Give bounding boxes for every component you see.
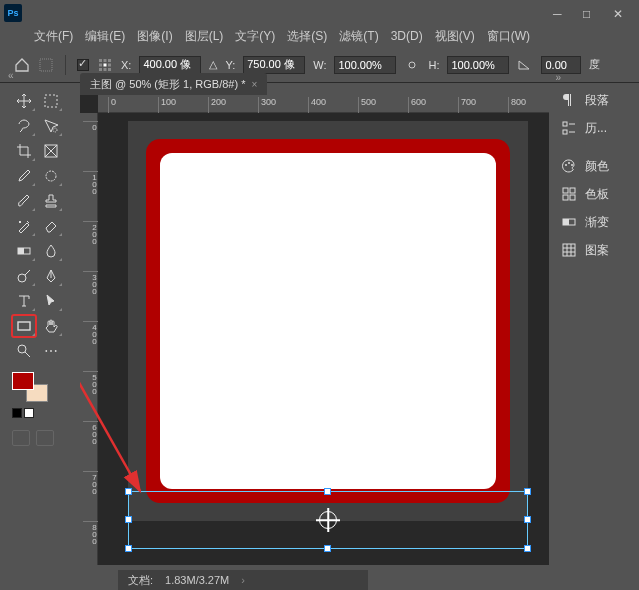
document-tab[interactable]: 主图 @ 50% (矩形 1, RGB/8#) * ×: [80, 73, 267, 95]
menu-window[interactable]: 窗口(W): [481, 26, 536, 47]
move-tool[interactable]: [12, 90, 36, 112]
panel-paragraph[interactable]: 段落: [555, 86, 635, 114]
status-bar: 文档:1.83M/3.27M ›: [118, 570, 368, 590]
maximize-button[interactable]: □: [583, 7, 595, 19]
canvas[interactable]: [98, 113, 549, 565]
brush-tool[interactable]: [12, 190, 36, 212]
svg-point-18: [18, 345, 26, 353]
default-colors-icon[interactable]: [12, 408, 22, 418]
quickmask-button[interactable]: [12, 430, 30, 446]
eyedropper-tool[interactable]: [12, 165, 36, 187]
svg-rect-26: [570, 188, 575, 193]
transform-bounds[interactable]: [128, 491, 528, 549]
panel-gradients[interactable]: 渐变: [555, 208, 635, 236]
color-swatches[interactable]: [12, 372, 48, 402]
svg-rect-0: [40, 59, 52, 71]
pen-tool[interactable]: [39, 265, 63, 287]
ruler-tick: 300: [258, 97, 276, 113]
svg-rect-2: [104, 59, 107, 62]
stamp-tool[interactable]: [39, 190, 63, 212]
ruler-tick: 800: [508, 97, 526, 113]
type-tool[interactable]: [12, 290, 36, 312]
history-brush-tool[interactable]: [12, 215, 36, 237]
gradient-tool[interactable]: [12, 240, 36, 262]
transform-icon[interactable]: [38, 57, 54, 73]
svg-rect-6: [108, 63, 111, 66]
toolbox: ⋯: [8, 86, 68, 446]
svg-rect-4: [99, 63, 102, 66]
eraser-tool[interactable]: [39, 215, 63, 237]
svg-point-11: [53, 128, 57, 132]
ruler-tick: 0: [83, 121, 99, 130]
menu-file[interactable]: 文件(F): [28, 26, 79, 47]
heal-tool[interactable]: [39, 165, 63, 187]
deg-label: 度: [589, 57, 600, 72]
marquee-tool[interactable]: [39, 90, 63, 112]
zoom-tool[interactable]: [12, 340, 36, 362]
svg-rect-15: [18, 248, 24, 254]
status-label: 文档:: [128, 573, 153, 588]
svg-rect-28: [570, 195, 575, 200]
menu-layer[interactable]: 图层(L): [179, 26, 230, 47]
menu-type[interactable]: 文字(Y): [229, 26, 281, 47]
panel-color[interactable]: 颜色: [555, 152, 635, 180]
ruler-tick: 600: [408, 97, 426, 113]
svg-rect-20: [563, 122, 567, 126]
menu-image[interactable]: 图像(I): [131, 26, 178, 47]
blur-tool[interactable]: [39, 240, 63, 262]
menu-select[interactable]: 选择(S): [281, 26, 333, 47]
minimize-button[interactable]: ─: [553, 7, 565, 19]
ruler-tick: 0: [108, 97, 116, 113]
ruler-tick: 600: [83, 421, 99, 444]
svg-rect-25: [563, 188, 568, 193]
frame-tool[interactable]: [39, 140, 63, 162]
svg-point-16: [18, 274, 26, 282]
svg-point-24: [571, 164, 573, 166]
edit-toolbar[interactable]: ⋯: [39, 340, 63, 362]
menu-3d[interactable]: 3D(D): [385, 27, 429, 45]
menu-filter[interactable]: 滤镜(T): [333, 26, 384, 47]
collapse-right-icon[interactable]: »: [555, 72, 561, 83]
svg-rect-1: [99, 59, 102, 62]
menu-view[interactable]: 视图(V): [429, 26, 481, 47]
menu-edit[interactable]: 编辑(E): [79, 26, 131, 47]
ruler-tick: 800: [83, 521, 99, 544]
rectangle-shape-tool[interactable]: [12, 315, 36, 337]
hand-tool[interactable]: [39, 315, 63, 337]
y-label: Y:: [225, 59, 235, 71]
panel-history[interactable]: 历...: [555, 114, 635, 142]
horizontal-ruler: 0 100 200 300 400 500 600 700 800: [98, 95, 549, 113]
svg-rect-10: [45, 95, 57, 107]
crop-tool[interactable]: [12, 140, 36, 162]
close-button[interactable]: ✕: [613, 7, 625, 19]
home-icon[interactable]: [14, 57, 30, 73]
ruler-tick: 700: [83, 471, 99, 494]
panel-swatches[interactable]: 色板: [555, 180, 635, 208]
lasso-tool[interactable]: [12, 115, 36, 137]
screenmode-button[interactable]: [36, 430, 54, 446]
checkbox-refpoint[interactable]: [77, 59, 89, 71]
path-select-tool[interactable]: [39, 290, 63, 312]
x-label: X:: [121, 59, 131, 71]
foreground-swatch[interactable]: [12, 372, 34, 390]
svg-point-22: [565, 164, 567, 166]
refpoint-delta-icon[interactable]: △: [209, 58, 217, 71]
ruler-tick: 500: [358, 97, 376, 113]
svg-rect-5: [104, 63, 107, 66]
right-panels: 段落 历... 颜色 色板 渐变 图案: [555, 86, 635, 264]
dodge-tool[interactable]: [12, 265, 36, 287]
svg-point-23: [568, 162, 570, 164]
transform-center-icon[interactable]: [319, 511, 337, 529]
white-inner-rect: [160, 153, 496, 489]
panel-patterns[interactable]: 图案: [555, 236, 635, 264]
document-area: 0 100 200 300 400 500 600 700 800 0 100 …: [80, 95, 549, 565]
quick-select-tool[interactable]: [39, 115, 63, 137]
ruler-tick: 200: [208, 97, 226, 113]
close-tab-icon[interactable]: ×: [251, 79, 257, 90]
menu-bar: 文件(F) 编辑(E) 图像(I) 图层(L) 文字(Y) 选择(S) 滤镜(T…: [0, 25, 639, 47]
status-more-icon[interactable]: ›: [241, 574, 245, 586]
collapse-left-icon[interactable]: «: [8, 70, 14, 81]
svg-rect-30: [563, 219, 569, 225]
ruler-tick: 700: [458, 97, 476, 113]
swap-colors-icon[interactable]: [24, 408, 34, 418]
